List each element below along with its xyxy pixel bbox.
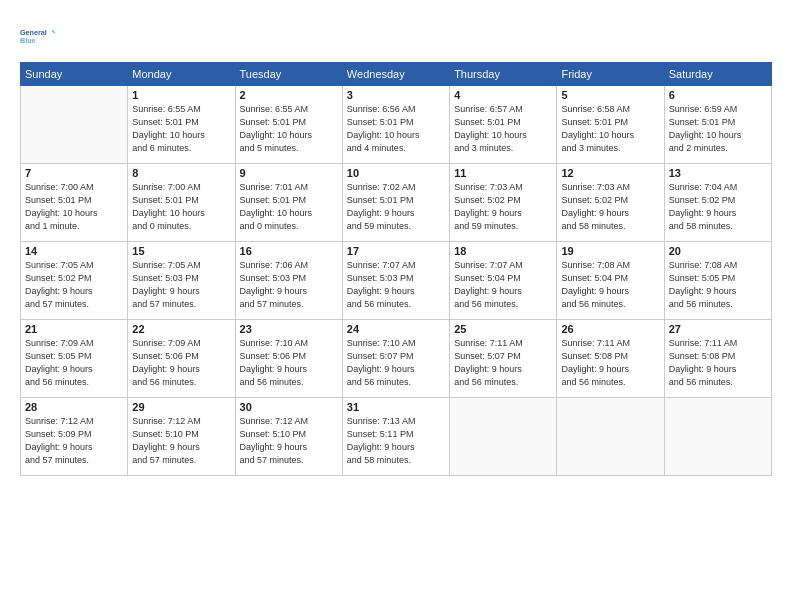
day-number: 22 xyxy=(132,323,230,335)
day-info: Sunrise: 7:11 AMSunset: 5:08 PMDaylight:… xyxy=(561,337,659,389)
calendar-cell: 24Sunrise: 7:10 AMSunset: 5:07 PMDayligh… xyxy=(342,320,449,398)
day-info: Sunrise: 6:55 AMSunset: 5:01 PMDaylight:… xyxy=(240,103,338,155)
calendar-cell xyxy=(450,398,557,476)
calendar-cell: 17Sunrise: 7:07 AMSunset: 5:03 PMDayligh… xyxy=(342,242,449,320)
calendar-cell: 27Sunrise: 7:11 AMSunset: 5:08 PMDayligh… xyxy=(664,320,771,398)
day-number: 16 xyxy=(240,245,338,257)
day-number: 13 xyxy=(669,167,767,179)
calendar-header-thursday: Thursday xyxy=(450,63,557,86)
calendar-cell: 7Sunrise: 7:00 AMSunset: 5:01 PMDaylight… xyxy=(21,164,128,242)
day-number: 24 xyxy=(347,323,445,335)
calendar-cell: 18Sunrise: 7:07 AMSunset: 5:04 PMDayligh… xyxy=(450,242,557,320)
day-number: 25 xyxy=(454,323,552,335)
day-number: 29 xyxy=(132,401,230,413)
day-info: Sunrise: 7:08 AMSunset: 5:04 PMDaylight:… xyxy=(561,259,659,311)
day-number: 4 xyxy=(454,89,552,101)
calendar-cell: 22Sunrise: 7:09 AMSunset: 5:06 PMDayligh… xyxy=(128,320,235,398)
calendar-header-tuesday: Tuesday xyxy=(235,63,342,86)
calendar-cell: 12Sunrise: 7:03 AMSunset: 5:02 PMDayligh… xyxy=(557,164,664,242)
calendar-table: SundayMondayTuesdayWednesdayThursdayFrid… xyxy=(20,62,772,476)
day-info: Sunrise: 7:00 AMSunset: 5:01 PMDaylight:… xyxy=(132,181,230,233)
calendar-header-saturday: Saturday xyxy=(664,63,771,86)
day-info: Sunrise: 7:05 AMSunset: 5:03 PMDaylight:… xyxy=(132,259,230,311)
calendar-cell: 9Sunrise: 7:01 AMSunset: 5:01 PMDaylight… xyxy=(235,164,342,242)
calendar-week-0: 1Sunrise: 6:55 AMSunset: 5:01 PMDaylight… xyxy=(21,86,772,164)
calendar-cell: 25Sunrise: 7:11 AMSunset: 5:07 PMDayligh… xyxy=(450,320,557,398)
day-info: Sunrise: 7:12 AMSunset: 5:10 PMDaylight:… xyxy=(132,415,230,467)
day-number: 14 xyxy=(25,245,123,257)
day-number: 11 xyxy=(454,167,552,179)
calendar-cell: 1Sunrise: 6:55 AMSunset: 5:01 PMDaylight… xyxy=(128,86,235,164)
day-number: 12 xyxy=(561,167,659,179)
day-info: Sunrise: 6:59 AMSunset: 5:01 PMDaylight:… xyxy=(669,103,767,155)
day-number: 19 xyxy=(561,245,659,257)
calendar-week-2: 14Sunrise: 7:05 AMSunset: 5:02 PMDayligh… xyxy=(21,242,772,320)
day-info: Sunrise: 7:11 AMSunset: 5:08 PMDaylight:… xyxy=(669,337,767,389)
day-info: Sunrise: 7:10 AMSunset: 5:07 PMDaylight:… xyxy=(347,337,445,389)
calendar-header-sunday: Sunday xyxy=(21,63,128,86)
calendar-cell: 3Sunrise: 6:56 AMSunset: 5:01 PMDaylight… xyxy=(342,86,449,164)
calendar-cell: 15Sunrise: 7:05 AMSunset: 5:03 PMDayligh… xyxy=(128,242,235,320)
calendar-cell: 14Sunrise: 7:05 AMSunset: 5:02 PMDayligh… xyxy=(21,242,128,320)
calendar-cell: 8Sunrise: 7:00 AMSunset: 5:01 PMDaylight… xyxy=(128,164,235,242)
day-number: 6 xyxy=(669,89,767,101)
day-info: Sunrise: 6:56 AMSunset: 5:01 PMDaylight:… xyxy=(347,103,445,155)
day-info: Sunrise: 7:01 AMSunset: 5:01 PMDaylight:… xyxy=(240,181,338,233)
day-number: 31 xyxy=(347,401,445,413)
day-number: 18 xyxy=(454,245,552,257)
calendar-week-1: 7Sunrise: 7:00 AMSunset: 5:01 PMDaylight… xyxy=(21,164,772,242)
calendar-cell xyxy=(21,86,128,164)
calendar-cell: 13Sunrise: 7:04 AMSunset: 5:02 PMDayligh… xyxy=(664,164,771,242)
day-number: 3 xyxy=(347,89,445,101)
day-info: Sunrise: 7:07 AMSunset: 5:03 PMDaylight:… xyxy=(347,259,445,311)
page: General Blue SundayMondayTuesdayWednesda… xyxy=(0,0,792,612)
day-number: 10 xyxy=(347,167,445,179)
day-info: Sunrise: 7:10 AMSunset: 5:06 PMDaylight:… xyxy=(240,337,338,389)
svg-marker-2 xyxy=(52,29,56,34)
day-info: Sunrise: 7:03 AMSunset: 5:02 PMDaylight:… xyxy=(561,181,659,233)
day-info: Sunrise: 7:08 AMSunset: 5:05 PMDaylight:… xyxy=(669,259,767,311)
day-number: 2 xyxy=(240,89,338,101)
calendar-cell: 19Sunrise: 7:08 AMSunset: 5:04 PMDayligh… xyxy=(557,242,664,320)
calendar-cell: 26Sunrise: 7:11 AMSunset: 5:08 PMDayligh… xyxy=(557,320,664,398)
day-number: 27 xyxy=(669,323,767,335)
logo-svg: General Blue xyxy=(20,18,56,54)
day-number: 20 xyxy=(669,245,767,257)
calendar-cell: 23Sunrise: 7:10 AMSunset: 5:06 PMDayligh… xyxy=(235,320,342,398)
svg-text:Blue: Blue xyxy=(20,36,36,45)
header: General Blue xyxy=(20,18,772,54)
day-number: 30 xyxy=(240,401,338,413)
calendar-cell: 28Sunrise: 7:12 AMSunset: 5:09 PMDayligh… xyxy=(21,398,128,476)
day-info: Sunrise: 6:58 AMSunset: 5:01 PMDaylight:… xyxy=(561,103,659,155)
calendar-cell: 10Sunrise: 7:02 AMSunset: 5:01 PMDayligh… xyxy=(342,164,449,242)
day-number: 26 xyxy=(561,323,659,335)
day-info: Sunrise: 7:06 AMSunset: 5:03 PMDaylight:… xyxy=(240,259,338,311)
calendar-cell: 5Sunrise: 6:58 AMSunset: 5:01 PMDaylight… xyxy=(557,86,664,164)
calendar-header-row: SundayMondayTuesdayWednesdayThursdayFrid… xyxy=(21,63,772,86)
calendar-cell xyxy=(664,398,771,476)
calendar-cell: 16Sunrise: 7:06 AMSunset: 5:03 PMDayligh… xyxy=(235,242,342,320)
calendar-cell: 11Sunrise: 7:03 AMSunset: 5:02 PMDayligh… xyxy=(450,164,557,242)
day-info: Sunrise: 7:07 AMSunset: 5:04 PMDaylight:… xyxy=(454,259,552,311)
day-number: 1 xyxy=(132,89,230,101)
day-number: 17 xyxy=(347,245,445,257)
day-info: Sunrise: 6:55 AMSunset: 5:01 PMDaylight:… xyxy=(132,103,230,155)
calendar-cell: 21Sunrise: 7:09 AMSunset: 5:05 PMDayligh… xyxy=(21,320,128,398)
day-number: 21 xyxy=(25,323,123,335)
day-number: 9 xyxy=(240,167,338,179)
day-info: Sunrise: 7:12 AMSunset: 5:10 PMDaylight:… xyxy=(240,415,338,467)
calendar-header-wednesday: Wednesday xyxy=(342,63,449,86)
day-number: 7 xyxy=(25,167,123,179)
day-info: Sunrise: 7:03 AMSunset: 5:02 PMDaylight:… xyxy=(454,181,552,233)
day-number: 5 xyxy=(561,89,659,101)
day-info: Sunrise: 7:13 AMSunset: 5:11 PMDaylight:… xyxy=(347,415,445,467)
calendar-cell: 20Sunrise: 7:08 AMSunset: 5:05 PMDayligh… xyxy=(664,242,771,320)
day-info: Sunrise: 7:11 AMSunset: 5:07 PMDaylight:… xyxy=(454,337,552,389)
calendar-cell: 30Sunrise: 7:12 AMSunset: 5:10 PMDayligh… xyxy=(235,398,342,476)
calendar-header-monday: Monday xyxy=(128,63,235,86)
calendar-week-3: 21Sunrise: 7:09 AMSunset: 5:05 PMDayligh… xyxy=(21,320,772,398)
day-info: Sunrise: 7:12 AMSunset: 5:09 PMDaylight:… xyxy=(25,415,123,467)
day-info: Sunrise: 7:02 AMSunset: 5:01 PMDaylight:… xyxy=(347,181,445,233)
svg-text:General: General xyxy=(20,28,47,37)
day-number: 23 xyxy=(240,323,338,335)
